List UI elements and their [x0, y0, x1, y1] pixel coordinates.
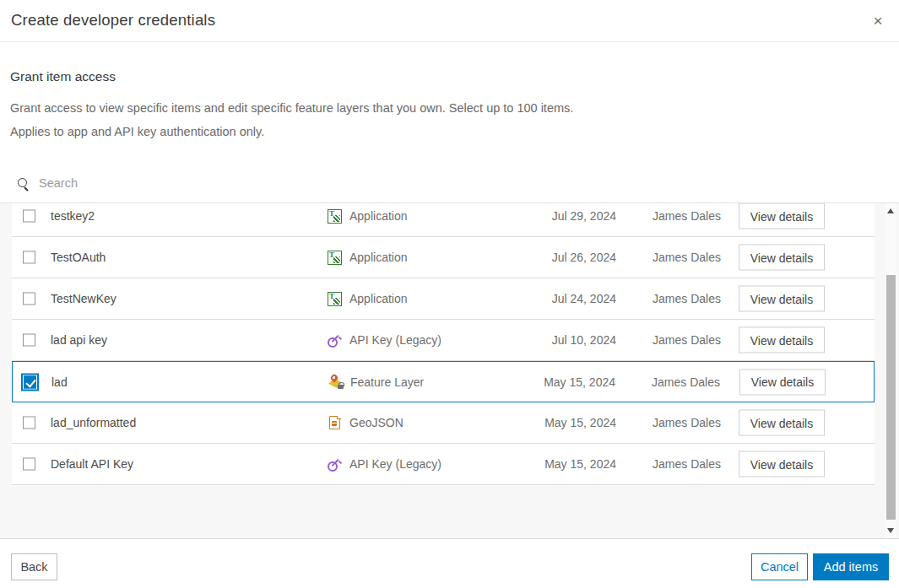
dialog-header: Create developer credentials ×: [0, 0, 899, 42]
geojson-file-icon: [329, 416, 340, 429]
item-name: lad api key: [51, 320, 107, 360]
item-date: May 15, 2024: [544, 362, 615, 402]
item-date: Jul 10, 2024: [552, 320, 616, 360]
view-details-button[interactable]: View details: [739, 451, 825, 477]
item-type: Feature Layer: [350, 362, 424, 402]
footer-actions: Cancel Add items: [751, 553, 889, 580]
item-date: Jul 29, 2024: [552, 202, 616, 236]
table-row[interactable]: Default API Key API Key (Legacy) May 15,…: [12, 444, 875, 485]
item-name: testkey2: [51, 202, 95, 236]
back-button[interactable]: Back: [11, 553, 57, 580]
description-line-2: Applies to app and API key authenticatio…: [10, 125, 264, 138]
item-owner: James Dales: [653, 402, 721, 443]
row-checkbox-checked[interactable]: [24, 375, 36, 388]
row-checkbox[interactable]: [23, 458, 35, 471]
item-date: Jul 26, 2024: [552, 237, 616, 278]
item-type: API Key (Legacy): [349, 444, 441, 484]
api-key-icon: [328, 333, 342, 348]
item-name: Default API Key: [51, 444, 133, 484]
scroll-down-arrow-icon[interactable]: [887, 528, 894, 533]
scrollbar[interactable]: [885, 203, 896, 538]
item-owner: James Dales: [653, 444, 721, 484]
item-list: testkey2 Application Jul 29, 2024 James …: [0, 202, 899, 538]
search-bar: [10, 171, 854, 195]
table-row[interactable]: TestNewKey Application Jul 24, 2024 Jame…: [12, 278, 875, 320]
row-checkbox[interactable]: [23, 293, 35, 305]
cancel-button[interactable]: Cancel: [751, 553, 808, 580]
api-key-icon: [328, 457, 342, 472]
scrollbar-thumb[interactable]: [886, 275, 896, 520]
section-heading: Grant item access: [10, 69, 116, 84]
row-checkbox[interactable]: [23, 251, 35, 264]
application-icon: [328, 209, 342, 224]
item-owner: James Dales: [653, 320, 721, 360]
item-name: TestNewKey: [51, 278, 116, 319]
dialog-footer: Back Cancel Add items: [0, 538, 899, 588]
view-details-button[interactable]: View details: [739, 327, 825, 353]
description-line-1: Grant access to view specific items and …: [10, 101, 573, 115]
create-developer-credentials-dialog: Create developer credentials × Grant ite…: [0, 0, 899, 588]
item-type: API Key (Legacy): [349, 320, 441, 360]
item-type: GeoJSON: [349, 402, 403, 443]
view-details-button[interactable]: View details: [739, 410, 825, 436]
search-input[interactable]: [39, 176, 854, 190]
row-checkbox[interactable]: [23, 334, 35, 347]
search-icon: [17, 177, 30, 190]
item-name: TestOAuth: [51, 237, 106, 278]
feature-layer-icon: [328, 375, 343, 389]
item-date: May 15, 2024: [544, 402, 616, 443]
item-name: lad: [51, 362, 68, 402]
item-type: Application: [349, 202, 408, 236]
close-icon[interactable]: ×: [864, 7, 892, 35]
table-row-selected[interactable]: lad Feature Layer May 15, 2024 James Dal…: [12, 361, 875, 402]
application-icon: [328, 292, 342, 306]
view-details-button[interactable]: View details: [739, 369, 826, 395]
view-details-button[interactable]: View details: [739, 245, 825, 271]
table-row[interactable]: TestOAuth Application Jul 26, 2024 James…: [12, 237, 875, 278]
table-row[interactable]: lad_unformatted GeoJSON May 15, 2024 Jam…: [12, 402, 875, 444]
item-owner: James Dales: [653, 278, 721, 319]
table-row[interactable]: lad api key API Key (Legacy) Jul 10, 202…: [12, 320, 875, 361]
item-name: lad_unformatted: [51, 402, 136, 443]
row-checkbox[interactable]: [23, 417, 35, 429]
view-details-button[interactable]: View details: [739, 286, 825, 312]
item-owner: James Dales: [653, 237, 721, 278]
row-checkbox[interactable]: [23, 210, 35, 223]
table-row[interactable]: testkey2 Application Jul 29, 2024 James …: [12, 202, 875, 237]
item-owner: James Dales: [652, 362, 720, 402]
item-owner: James Dales: [653, 202, 721, 236]
item-date: May 15, 2024: [544, 444, 616, 484]
application-icon: [328, 251, 342, 265]
item-type: Application: [349, 278, 408, 319]
add-items-button[interactable]: Add items: [813, 553, 889, 580]
view-details-button[interactable]: View details: [739, 203, 825, 229]
item-date: Jul 24, 2024: [552, 278, 616, 319]
item-type: Application: [349, 237, 408, 278]
dialog-title: Create developer credentials: [11, 11, 215, 30]
scroll-up-arrow-icon[interactable]: [887, 208, 894, 213]
